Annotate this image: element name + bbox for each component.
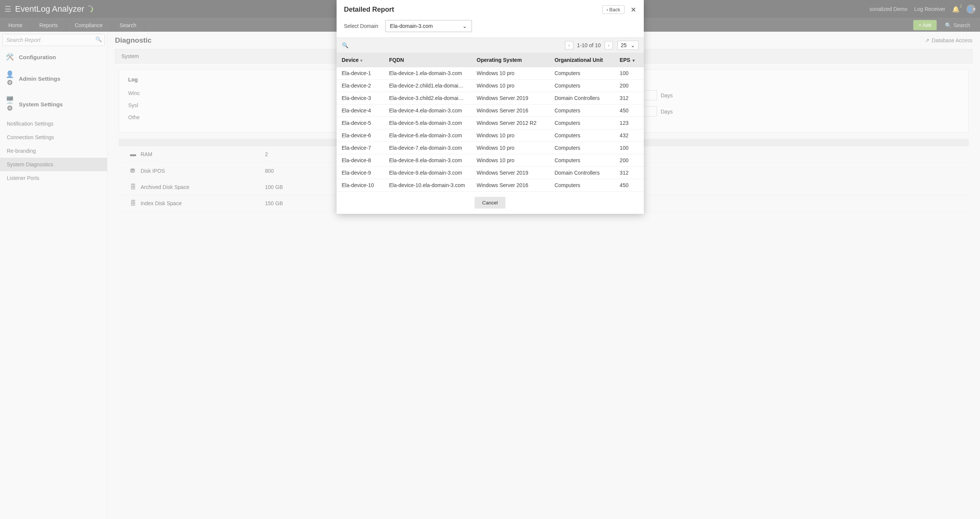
cell-fqdn: Ela-device-8.ela-domain-3.com <box>384 154 471 167</box>
domain-value: Ela-domain-3.com <box>390 23 433 29</box>
cell-ou: Computers <box>549 179 614 192</box>
cell-eps: 200 <box>614 154 643 167</box>
device-table: Device▾ FQDN Operating System Organizati… <box>337 53 644 192</box>
detailed-report-modal: Detailed Report ‹Back ✕ Select Domain El… <box>337 0 644 214</box>
cell-eps: 450 <box>614 104 643 117</box>
table-row[interactable]: Ela-device-3Ela-device-3.child2.ela-doma… <box>337 92 644 104</box>
col-fqdn[interactable]: FQDN <box>384 53 471 67</box>
domain-select[interactable]: Ela-domain-3.com ⌄ <box>385 20 472 32</box>
table-row[interactable]: Ela-device-5Ela-device-5.ela-domain-3.co… <box>337 117 644 129</box>
cell-eps: 312 <box>614 167 643 179</box>
pager-text: 1-10 of 10 <box>577 42 601 48</box>
table-row[interactable]: Ela-device-8Ela-device-8.ela-domain-3.co… <box>337 154 644 167</box>
page-size-select[interactable]: 25 ⌄ <box>617 41 638 50</box>
close-icon[interactable]: ✕ <box>631 6 636 14</box>
cell-fqdn: Ela-device-5.ela-domain-3.com <box>384 117 471 129</box>
cell-os: Windows Server 2016 <box>471 104 550 117</box>
cancel-button[interactable]: Cancel <box>474 197 506 209</box>
modal-title: Detailed Report <box>344 6 394 14</box>
cell-fqdn: Ela-device-10.ela-domain-3.com <box>384 179 471 192</box>
cell-fqdn: Ela-device-2.child1.ela-domai… <box>384 80 471 92</box>
modal-overlay: Detailed Report ‹Back ✕ Select Domain El… <box>0 0 980 519</box>
cell-ou: Computers <box>549 80 614 92</box>
sort-desc-icon: ▼ <box>632 59 635 62</box>
cell-eps: 100 <box>614 67 643 80</box>
table-row[interactable]: Ela-device-1Ela-device-1.ela-domain-3.co… <box>337 67 644 80</box>
cell-fqdn: Ela-device-1.ela-domain-3.com <box>384 67 471 80</box>
cell-device: Ela-device-9 <box>337 167 384 179</box>
table-row[interactable]: Ela-device-9Ela-device-9.ela-domain-3.co… <box>337 167 644 179</box>
cell-eps: 450 <box>614 179 643 192</box>
back-button[interactable]: ‹Back <box>602 5 624 14</box>
cell-os: Windows Server 2012 R2 <box>471 117 550 129</box>
cell-os: Windows Server 2019 <box>471 167 550 179</box>
cell-fqdn: Ela-device-6.ela-domain-3.com <box>384 129 471 142</box>
cell-ou: Computers <box>549 142 614 154</box>
cell-os: Windows 10 pro <box>471 80 550 92</box>
cell-eps: 200 <box>614 80 643 92</box>
cell-device: Ela-device-6 <box>337 129 384 142</box>
cell-fqdn: Ela-device-3.child2.ela-domai… <box>384 92 471 104</box>
chevron-left-icon: ‹ <box>606 7 608 13</box>
table-row[interactable]: Ela-device-4Ela-device-4.ela-domain-3.co… <box>337 104 644 117</box>
table-row[interactable]: Ela-device-6Ela-device-6.ela-domain-3.co… <box>337 129 644 142</box>
cell-ou: Computers <box>549 129 614 142</box>
cell-ou: Computers <box>549 154 614 167</box>
cell-device: Ela-device-7 <box>337 142 384 154</box>
pager-prev-button[interactable]: ‹ <box>565 41 573 50</box>
cell-os: Windows Server 2019 <box>471 92 550 104</box>
cell-eps: 100 <box>614 142 643 154</box>
cell-device: Ela-device-1 <box>337 67 384 80</box>
cell-device: Ela-device-8 <box>337 154 384 167</box>
cell-os: Windows 10 pro <box>471 67 550 80</box>
cell-device: Ela-device-10 <box>337 179 384 192</box>
table-row[interactable]: Ela-device-7Ela-device-7.ela-domain-3.co… <box>337 142 644 154</box>
cell-eps: 432 <box>614 129 643 142</box>
cell-ou: Domain Controllers <box>549 167 614 179</box>
cell-eps: 312 <box>614 92 643 104</box>
cell-device: Ela-device-3 <box>337 92 384 104</box>
cell-device: Ela-device-5 <box>337 117 384 129</box>
cell-fqdn: Ela-device-7.ela-domain-3.com <box>384 142 471 154</box>
cell-ou: Domain Controllers <box>549 92 614 104</box>
col-eps[interactable]: EPS▼ <box>614 53 643 67</box>
col-device[interactable]: Device▾ <box>337 53 384 67</box>
table-row[interactable]: Ela-device-2Ela-device-2.child1.ela-doma… <box>337 80 644 92</box>
cell-ou: Computers <box>549 104 614 117</box>
cell-device: Ela-device-4 <box>337 104 384 117</box>
col-ou[interactable]: Organizational Unit <box>549 53 614 67</box>
col-os[interactable]: Operating System <box>471 53 550 67</box>
chevron-down-icon: ⌄ <box>463 23 467 29</box>
pager-next-button[interactable]: › <box>605 41 613 50</box>
chevron-down-icon: ⌄ <box>631 42 635 48</box>
table-row[interactable]: Ela-device-10Ela-device-10.ela-domain-3.… <box>337 179 644 192</box>
cell-os: Windows Server 2016 <box>471 179 550 192</box>
cell-ou: Computers <box>549 117 614 129</box>
cell-os: Windows 10 pro <box>471 154 550 167</box>
cell-eps: 123 <box>614 117 643 129</box>
table-search-icon[interactable]: 🔍 <box>342 42 348 48</box>
cell-ou: Computers <box>549 67 614 80</box>
filter-icon: ▾ <box>360 58 363 62</box>
cell-os: Windows 10 pro <box>471 129 550 142</box>
cell-device: Ela-device-2 <box>337 80 384 92</box>
select-domain-label: Select Domain <box>344 23 379 29</box>
cell-fqdn: Ela-device-4.ela-domain-3.com <box>384 104 471 117</box>
cell-os: Windows 10 pro <box>471 142 550 154</box>
cell-fqdn: Ela-device-9.ela-domain-3.com <box>384 167 471 179</box>
